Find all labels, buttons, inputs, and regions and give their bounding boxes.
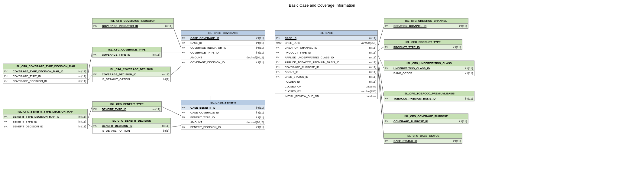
cell-name: IS_DEFAULT_OPTION [101,129,162,133]
table-header-isl_cfg_case_status: ISL_CFG_CASE_STATUS [384,133,462,139]
table-isl_cfg_coverage_decision: ISL_CFG_COVERAGE_DECISIONPKCOVERAGE_DECI… [92,67,171,82]
cell-type: int(11) [77,79,87,83]
cell-name: TOBACCO_PREMIUM_BASIS_ID [393,97,464,101]
svg-line-16 [88,124,92,127]
cell-type: int(11) [367,80,377,84]
cell-name: CREATION_CHANNEL_ID [393,24,458,28]
cell-key [275,86,284,87]
table-row: FKAGENT_IDint(11) [275,70,377,74]
cell-type: int(11) [255,46,265,50]
cell-name: PRODUCT_TYPE_ID [284,51,367,55]
table-row: AMOUNTdecimal(10, 2) [181,55,265,60]
cell-name: BENEFIT_TYPE_ID [189,115,255,120]
cell-type: int(11) [255,51,265,55]
cell-type: int(11) [151,107,161,111]
table-row: PKCOVERAGE_PURPOSE_IDint(11) [384,119,468,124]
table-row: RANK_ORDERint(11) [384,71,474,76]
cell-type: bit(1) [162,77,170,81]
table-row: FKBENEFIT_DECISION_IDint(11) [181,125,265,130]
cell-key: FK [181,110,189,114]
table-row: FKCOVERAGE_TYPE_IDint(11) [181,50,265,55]
table-row: PKBENEFIT_TYPE_IDint(11) [92,107,161,112]
table-body-isl_case_benefit: PKCASE_BENEFIT_IDint(11)FKCASE_COVERAGE_… [181,105,265,130]
cell-key: PK [384,66,393,70]
table-row: PKPRODUCT_TYPE_IDint(11) [384,45,462,50]
cell-key: FK [181,61,189,64]
table-row: PKCOVERAGE_TYPE_DECISION_MAP_IDint(11) [3,69,87,74]
cell-type: int(11) [367,36,377,40]
table-row: FKBENEFIT_DECISION_IDint(11) [3,124,87,129]
cell-type: int(11) [464,71,474,75]
cell-key: FK [3,125,12,129]
table-header-isl_cfg_creation_channel: ISL_CFG_CREATION_CHANNEL [384,18,468,24]
cell-name: APPLIED_TOBACCO_PREMIUM_BASIS_ID [284,60,367,64]
table-isl_case: ISL_CASEPKCASE_IDint(11)UNQCASE_UUIDvarc… [275,30,378,99]
table-row: FKCOVERAGE_PURPOSE_IDint(11) [275,65,377,70]
table-row: FKBENEFIT_TYPE_IDint(11) [3,119,87,124]
table-row: PKCASE_STATUS_IDint(11) [384,139,462,143]
table-row: UNQCASE_UUIDvarchar(255) [275,41,377,45]
svg-line-14 [171,126,181,127]
table-header-isl_cfg_coverage_purpose: ISL_CFG_COVERAGE_PURPOSE [384,113,468,119]
table-header-isl_cfg_underwriting_class: ISL_CFG_UNDERWRITING_CLASS [384,61,474,66]
table-row: PKTOBACCO_PREMIUM_BASIS_IDint(11) [384,96,474,101]
cell-name: COVERAGE_TYPE_ID [12,74,77,78]
cell-key: PK [92,53,101,57]
table-header-isl_cfg_coverage_decision: ISL_CFG_COVERAGE_DECISION [92,67,171,72]
table-isl_cfg_product_type: ISL_CFG_PRODUCT_TYPEPKPRODUCT_TYPE_IDint… [384,39,462,50]
cell-type: int(11) [77,115,87,119]
cell-key [275,81,284,82]
table-body-isl_case: PKCASE_IDint(11)UNQCASE_UUIDvarchar(255)… [275,36,378,99]
cell-name: BENEFIT_DECISION_ID [12,124,77,129]
cell-key: FK [3,79,12,83]
table-row: CLOSED_ONdatetime [275,84,377,89]
cell-type: int(11) [77,69,87,74]
cell-key: FK [275,60,284,64]
table-header-isl_cfg_product_type: ISL_CFG_PRODUCT_TYPE [384,39,462,45]
svg-line-4 [88,75,92,80]
table-row: PKUNDERWRITING_CLASS_IDint(11) [384,66,474,71]
cell-type: int(11) [367,51,377,55]
table-row: INITIAL_REVIEW_DUE_ONdatetime [275,94,377,99]
cell-key: PK [275,36,284,40]
table-isl_cfg_benefit_decision: ISL_CFG_BENEFIT_DECISIONPKBENEFIT_DECISI… [92,118,171,133]
cell-type: int(11) [77,124,87,129]
cell-key: PK [384,139,393,143]
table-header-isl_cfg_coverage_indicator: ISL_CFG_COVERAGE_INDICATOR [92,18,174,24]
cell-key: FK [3,74,12,78]
cell-key: PK [92,107,101,111]
cell-key: FK [3,120,12,123]
cell-key: PK [384,119,393,123]
table-header-isl_case: ISL_CASE [275,30,378,36]
svg-line-2 [171,67,181,75]
page-container: Basic Case and Coverage Information [0,0,644,194]
table-header-isl_cfg_benefit_decision: ISL_CFG_BENEFIT_DECISION [92,118,171,123]
cell-type: int(11) [160,72,170,77]
table-header-isl_case_coverage: ISL_CASE_COVERAGE [181,30,265,36]
cell-type: int(11) [464,66,474,71]
svg-line-3 [88,52,92,76]
table-row: FKCASE_COVERAGE_IDint(11) [181,110,265,115]
cell-key: FK [275,55,284,59]
table-row: PKCOVERAGE_DECISION_IDint(11) [92,72,170,77]
table-body-isl_cfg_case_status: PKCASE_STATUS_IDint(11) [384,139,462,144]
cell-key: PK [384,97,393,100]
table-row: PKCREATION_CHANNEL_IDint(11) [384,24,468,28]
cell-type: int(11) [255,41,265,45]
svg-line-11 [378,66,384,139]
table-body-isl_cfg_creation_channel: PKCREATION_CHANNEL_IDint(11) [384,24,468,29]
cell-name: COVERAGE_DECISION_ID [189,60,255,64]
cell-type: int(11) [255,125,265,129]
cell-name: CLOSED_ON [284,84,364,89]
cell-type: int(11) [255,115,265,120]
table-body-isl_cfg_coverage_indicator: PKCOVERAGE_INDICATOR_IDint(11) [92,24,174,29]
cell-name: UNDERWRITING_CLASS_ID [393,66,464,71]
cell-name: BENEFIT_TYPE_ID [101,107,151,111]
cell-type: int(11) [367,65,377,69]
table-row: PKCASE_BENEFIT_IDint(11) [181,105,265,110]
table-row: AMOUNTdecimal(10, 2) [181,120,265,125]
table-body-isl_case_coverage: PKCASE_COVERAGE_IDint(11)FKCASE_IDint(11… [181,36,265,65]
cell-key: PK [92,24,101,28]
cell-type: datetime [364,84,377,89]
table-isl_cfg_coverage_purpose: ISL_CFG_COVERAGE_PURPOSEPKCOVERAGE_PURPO… [384,113,468,124]
